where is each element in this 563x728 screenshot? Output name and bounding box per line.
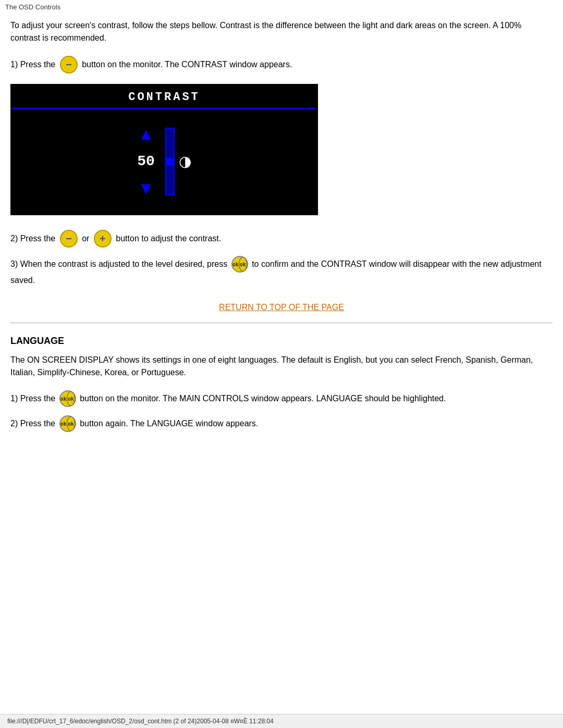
main-content: To adjust your screen's contrast, follow… bbox=[0, 14, 563, 472]
contrast-body: ▲ 50 ▼ ◑ bbox=[12, 109, 316, 214]
lang-step2-prefix: 2) Press the bbox=[10, 419, 55, 428]
contrast-display-box: CONTRAST ▲ 50 ▼ ◑ bbox=[10, 84, 318, 215]
slider-track bbox=[165, 128, 175, 195]
language-intro: The ON SCREEN DISPLAY shows its settings… bbox=[10, 354, 553, 379]
footer: file:///D|/EDFU/crt_17_6/edoc/english/OS… bbox=[0, 714, 563, 728]
contrast-slider: ◑ bbox=[165, 128, 191, 195]
contrast-icon: ◑ bbox=[179, 153, 191, 170]
ok-button-icon-lang1: ok bbox=[59, 390, 76, 407]
lang-step1-suffix: button on the monitor. The MAIN CONTROLS… bbox=[80, 394, 446, 403]
step2-suffix: button to adjust the contrast. bbox=[116, 234, 221, 243]
language-step-1: 1) Press the ok button on the monitor. T… bbox=[10, 390, 553, 407]
brightness-up-icon: ▲ bbox=[138, 125, 154, 144]
step-3: 3) When the contrast is adjusted to the … bbox=[10, 256, 553, 287]
step2-prefix: 2) Press the bbox=[10, 234, 55, 243]
plus-button-icon: + bbox=[94, 230, 112, 248]
step1-suffix: button on the monitor. The CONTRAST wind… bbox=[82, 60, 292, 69]
lang-step1-prefix: 1) Press the bbox=[10, 394, 55, 403]
language-heading: LANGUAGE bbox=[10, 336, 553, 347]
intro-paragraph: To adjust your screen's contrast, follow… bbox=[10, 19, 553, 44]
step1-prefix: 1) Press the bbox=[10, 60, 55, 69]
ok-button-icon-lang2: ok bbox=[59, 415, 76, 432]
section-divider bbox=[10, 323, 553, 323]
contrast-icons: ▲ 50 ▼ bbox=[137, 125, 155, 198]
page-title: The OSD Controls bbox=[0, 0, 563, 14]
minus-button-icon-2: − bbox=[60, 230, 78, 248]
step-2: 2) Press the − or + button to adjust the… bbox=[10, 230, 553, 248]
ok-button-icon: ok bbox=[231, 256, 248, 273]
step3-prefix: 3) When the contrast is adjusted to the … bbox=[10, 260, 227, 268]
lang-step2-suffix: button again. The LANGUAGE window appear… bbox=[80, 419, 258, 428]
return-to-top-link[interactable]: RETURN TO TOP OF THE PAGE bbox=[219, 303, 344, 312]
contrast-value: 50 bbox=[137, 153, 155, 169]
language-step-2: 2) Press the ok button again. The LANGUA… bbox=[10, 415, 553, 432]
slider-handle bbox=[166, 158, 174, 165]
minus-button-icon: − bbox=[60, 56, 78, 73]
brightness-down-icon: ▼ bbox=[138, 179, 154, 198]
step2-or: or bbox=[82, 234, 92, 243]
step-1: 1) Press the − button on the monitor. Th… bbox=[10, 56, 553, 73]
contrast-title: CONTRAST bbox=[12, 85, 316, 109]
contrast-inner: ▲ 50 ▼ ◑ bbox=[137, 125, 191, 198]
return-link-container: RETURN TO TOP OF THE PAGE bbox=[10, 303, 553, 312]
